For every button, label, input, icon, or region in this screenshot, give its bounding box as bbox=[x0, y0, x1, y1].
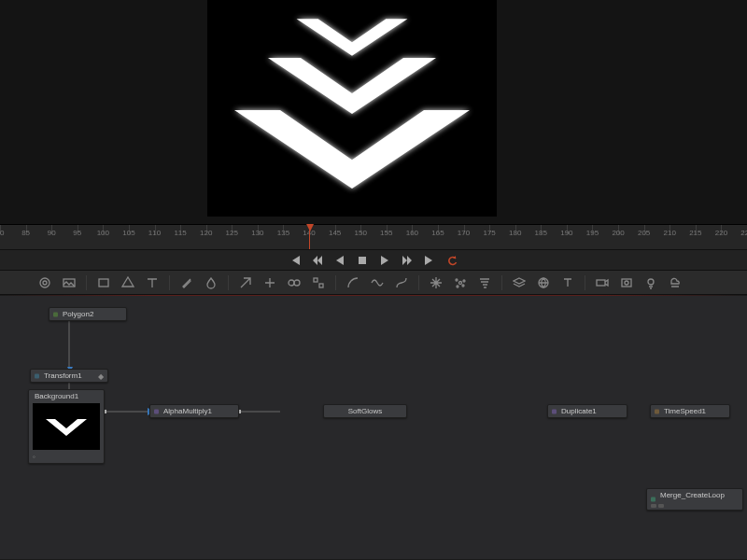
ruler-label: 220 bbox=[715, 229, 727, 237]
ruler-label: 175 bbox=[483, 229, 495, 237]
timeline-ruler[interactable]: 8085909510010511011512012513013514014515… bbox=[0, 224, 747, 250]
separator bbox=[169, 275, 170, 290]
node-label: Merge_CreateLoop bbox=[660, 491, 725, 499]
svg-point-3 bbox=[43, 281, 47, 285]
separator bbox=[585, 275, 585, 290]
ruler-label: 170 bbox=[458, 229, 470, 237]
node-label: AlphaMultiply1 bbox=[163, 407, 212, 415]
separator bbox=[501, 275, 502, 290]
svg-point-7 bbox=[294, 280, 300, 286]
tool-tornado-icon[interactable] bbox=[477, 275, 492, 290]
node-softglow[interactable]: SoftGlows bbox=[323, 404, 407, 418]
ruler-label: 195 bbox=[586, 229, 599, 237]
node-color-icon bbox=[651, 497, 655, 502]
ruler-label: 205 bbox=[638, 229, 650, 237]
ruler-label: 120 bbox=[200, 229, 212, 237]
step-back-button[interactable] bbox=[310, 253, 325, 268]
tool-fog-icon[interactable] bbox=[668, 275, 683, 290]
stop-button[interactable] bbox=[355, 253, 370, 268]
node-footer-icon bbox=[651, 504, 664, 508]
node-alphamultiply[interactable]: AlphaMultiply1 bbox=[149, 404, 239, 418]
svg-point-10 bbox=[459, 281, 462, 284]
svg-rect-5 bbox=[99, 279, 108, 287]
node-label: SoftGlows bbox=[348, 407, 382, 415]
tool-spark-icon[interactable] bbox=[429, 275, 444, 290]
ruler-label: 80 bbox=[0, 229, 4, 237]
svg-rect-16 bbox=[597, 280, 605, 286]
svg-point-6 bbox=[289, 280, 294, 286]
ruler-label: 115 bbox=[174, 229, 186, 237]
ruler-label: 160 bbox=[406, 229, 418, 237]
node-color-icon bbox=[655, 409, 659, 413]
ruler-label: 165 bbox=[431, 229, 444, 237]
tool-fx3-icon[interactable] bbox=[287, 275, 302, 290]
ruler-label: 90 bbox=[48, 229, 56, 237]
ruler-label: 135 bbox=[277, 229, 289, 237]
tool-image-icon[interactable] bbox=[62, 275, 77, 290]
tool-text2-icon[interactable] bbox=[560, 275, 575, 290]
ruler-label: 150 bbox=[355, 229, 367, 237]
node-merge[interactable]: Merge_CreateLoop bbox=[646, 488, 743, 511]
svg-point-19 bbox=[648, 279, 654, 285]
ruler-label: 185 bbox=[535, 229, 547, 237]
go-end-button[interactable] bbox=[422, 253, 437, 268]
ruler-label: 110 bbox=[148, 229, 161, 237]
node-color-icon bbox=[154, 409, 159, 413]
tool-wave-icon[interactable] bbox=[370, 275, 385, 290]
tool-arc-icon[interactable] bbox=[345, 275, 360, 290]
ruler-label: 210 bbox=[664, 229, 676, 237]
svg-point-11 bbox=[456, 279, 458, 281]
node-color-icon bbox=[53, 312, 58, 316]
viewer-canvas[interactable] bbox=[207, 0, 497, 217]
tool-render-icon[interactable] bbox=[619, 275, 634, 290]
svg-point-12 bbox=[463, 280, 465, 282]
node-graph[interactable]: Polygon2 Transform1 ◆ Background1 ◦ Alph… bbox=[0, 296, 747, 559]
node-color-icon bbox=[35, 373, 39, 378]
svg-rect-1 bbox=[359, 257, 366, 264]
viewer bbox=[0, 0, 747, 224]
node-duplicate[interactable]: Duplicate1 bbox=[547, 404, 627, 418]
tool-shape-icon[interactable] bbox=[120, 275, 135, 290]
play-fwd-button[interactable] bbox=[377, 253, 392, 268]
tool-curve-icon[interactable] bbox=[394, 275, 409, 290]
node-transform[interactable]: Transform1 ◆ bbox=[30, 369, 108, 383]
tool-rect-icon[interactable] bbox=[96, 275, 111, 290]
ruler-label: 105 bbox=[122, 229, 134, 237]
tool-drop-icon[interactable] bbox=[204, 275, 218, 290]
tool-layers-icon[interactable] bbox=[512, 275, 527, 290]
step-fwd-button[interactable] bbox=[400, 253, 415, 268]
tool-snapshot-icon[interactable] bbox=[37, 275, 52, 290]
ruler-label: 85 bbox=[21, 229, 30, 237]
tool-camera-icon[interactable] bbox=[595, 275, 610, 290]
tool-fx4-icon[interactable] bbox=[311, 275, 326, 290]
svg-rect-32 bbox=[38, 408, 94, 445]
ruler-label: 95 bbox=[73, 229, 81, 237]
node-timespeed[interactable]: TimeSpeed1 bbox=[650, 404, 730, 418]
ruler-label: 130 bbox=[251, 229, 263, 237]
playhead[interactable] bbox=[309, 225, 310, 249]
separator bbox=[86, 275, 87, 290]
node-background[interactable]: Background1 ◦ bbox=[28, 389, 105, 464]
transport-bar bbox=[0, 250, 747, 271]
tool-text-icon[interactable] bbox=[145, 275, 160, 290]
loop-button[interactable] bbox=[444, 253, 459, 268]
tool-globe-icon[interactable] bbox=[536, 275, 551, 290]
tool-fx1-icon[interactable] bbox=[238, 275, 253, 290]
ruler-label: 200 bbox=[612, 229, 624, 237]
node-thumbnail bbox=[33, 403, 100, 450]
play-back-button[interactable] bbox=[332, 253, 347, 268]
node-footer-icon: ◦ bbox=[33, 453, 35, 461]
node-polygon[interactable]: Polygon2 bbox=[49, 307, 127, 321]
tool-particle-icon[interactable] bbox=[453, 275, 468, 290]
tool-light-icon[interactable] bbox=[643, 275, 658, 290]
svg-point-18 bbox=[625, 281, 628, 285]
go-start-button[interactable] bbox=[288, 253, 303, 268]
preview-image bbox=[212, 0, 492, 217]
ruler-label: 190 bbox=[560, 229, 572, 237]
tool-brush-icon[interactable] bbox=[179, 275, 194, 290]
separator bbox=[335, 275, 336, 290]
ruler-label: 100 bbox=[97, 229, 109, 237]
tool-fx2-icon[interactable] bbox=[262, 275, 277, 290]
node-color-icon bbox=[552, 409, 557, 413]
svg-point-2 bbox=[40, 278, 49, 287]
